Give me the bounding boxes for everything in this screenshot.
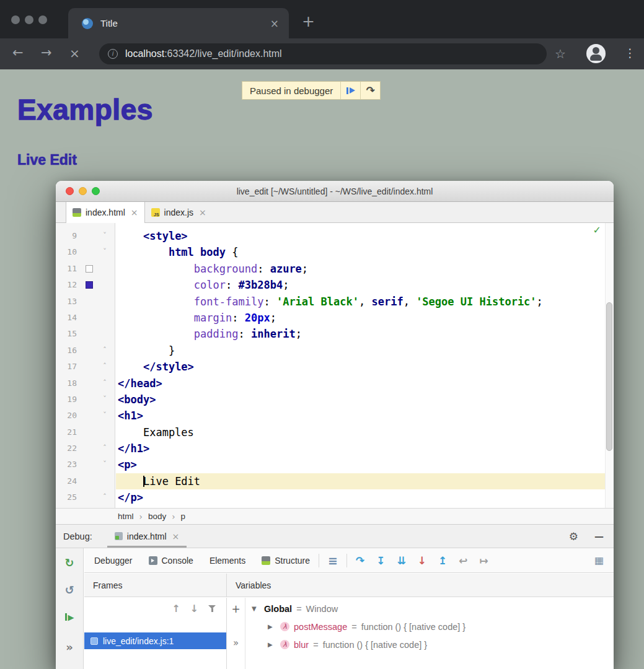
- code-editor[interactable]: 9ˇ10ˇ111213141516ˆ17ˆ18ˆ19ˇ20ˇ2122ˆ23ˇ24…: [56, 223, 614, 508]
- fold-marker[interactable]: ˆ: [103, 375, 107, 391]
- color-preview-azure[interactable]: [86, 265, 93, 273]
- code-line[interactable]: Examples: [116, 424, 605, 440]
- next-frame-icon[interactable]: ↓: [190, 603, 198, 614]
- browser-tab[interactable]: Title ×: [68, 8, 289, 38]
- resume-icon[interactable]: ▶: [56, 609, 83, 625]
- force-step-into-icon[interactable]: ↓: [418, 554, 426, 567]
- window-control-dot[interactable]: [38, 15, 47, 24]
- breadcrumb-item[interactable]: p: [181, 512, 186, 521]
- bookmark-star-icon[interactable]: ☆: [555, 46, 566, 61]
- collapse-icon[interactable]: ▼: [252, 605, 264, 612]
- expand-icon[interactable]: ▶: [268, 623, 280, 630]
- debug-session-tab[interactable]: index.html ×: [107, 525, 187, 548]
- forward-icon[interactable]: →: [41, 45, 52, 60]
- variable-row-postMessage[interactable]: ▶λpostMessage=function () { [native code…: [245, 618, 614, 636]
- code-line[interactable]: </head>: [116, 375, 605, 391]
- gutter-row[interactable]: 22ˆ: [56, 440, 115, 457]
- ide-titlebar[interactable]: live_edit [~/WS/untitled] - ~/WS/live_ed…: [56, 181, 614, 202]
- code-line[interactable]: </style>: [116, 359, 605, 375]
- smart-step-into-icon[interactable]: ⇊: [397, 554, 405, 567]
- gutter-row[interactable]: 19ˇ: [56, 391, 115, 408]
- debug-tab-close-icon[interactable]: ×: [172, 531, 180, 541]
- code-line[interactable]: }: [116, 343, 605, 359]
- minimize-tool-window-icon[interactable]: —: [594, 531, 604, 542]
- drop-frame-icon[interactable]: ↩: [459, 554, 467, 567]
- editor-tab-index.html[interactable]: index.html×: [66, 202, 145, 223]
- fold-marker[interactable]: ˇ: [103, 457, 107, 473]
- resume-script-button[interactable]: [340, 82, 360, 99]
- gutter-row[interactable]: 10ˇ: [56, 244, 115, 260]
- editor-scrollbar[interactable]: [605, 223, 614, 508]
- step-over-icon[interactable]: ↷: [356, 554, 364, 567]
- filter-icon[interactable]: [208, 605, 216, 613]
- gutter-row[interactable]: 15: [56, 326, 115, 342]
- gutter-row[interactable]: 13: [56, 294, 115, 310]
- fold-marker[interactable]: ˆ: [103, 440, 107, 457]
- fold-marker[interactable]: ˇ: [103, 391, 107, 408]
- debug-view-elements[interactable]: Elements: [210, 556, 245, 566]
- page-info-icon[interactable]: i: [108, 49, 118, 59]
- fold-marker[interactable]: ˇ: [103, 408, 107, 424]
- view-options-grid-icon[interactable]: ▦: [594, 554, 604, 566]
- step-over-button[interactable]: ↷: [360, 82, 380, 99]
- add-watch-icon[interactable]: +: [227, 603, 245, 615]
- code-line[interactable]: Live Edit: [116, 473, 605, 489]
- expand-icon[interactable]: ▶: [268, 641, 280, 648]
- gutter-row[interactable]: 12: [56, 277, 115, 293]
- variable-row-blur[interactable]: ▶λblur=function () { [native code] }: [245, 636, 614, 654]
- fold-marker[interactable]: ˆ: [103, 489, 107, 505]
- breadcrumb-item[interactable]: html: [118, 512, 134, 521]
- step-out-icon[interactable]: ↥: [438, 554, 447, 567]
- window-control-dot[interactable]: [11, 15, 20, 24]
- code-line[interactable]: <p>: [116, 457, 605, 473]
- editor-tab-index.js[interactable]: JSindex.js×: [145, 202, 213, 222]
- window-control-dot[interactable]: [25, 15, 33, 24]
- code-line[interactable]: margin: 20px;: [116, 310, 605, 326]
- debug-view-console[interactable]: Console: [149, 556, 193, 566]
- debug-view-debugger[interactable]: Debugger: [94, 556, 133, 566]
- code-line[interactable]: <h1>: [116, 408, 605, 424]
- gutter-row[interactable]: 14: [56, 310, 115, 326]
- editor-code[interactable]: <style> html body { background: azure; c…: [116, 223, 605, 508]
- gutter-row[interactable]: 23ˇ: [56, 457, 115, 473]
- gutter-row[interactable]: 9ˇ: [56, 228, 115, 244]
- fold-marker[interactable]: ˇ: [103, 228, 107, 244]
- profile-avatar[interactable]: [586, 44, 606, 63]
- minimize-light[interactable]: [79, 187, 87, 195]
- fold-marker[interactable]: ˆ: [103, 359, 107, 375]
- code-line[interactable]: <body>: [116, 391, 605, 408]
- close-light[interactable]: [66, 187, 74, 195]
- fold-marker[interactable]: ˇ: [103, 244, 107, 260]
- code-line[interactable]: </p>: [116, 489, 605, 505]
- code-line[interactable]: html body {: [116, 244, 605, 260]
- code-line[interactable]: font-family: 'Arial Black', serif, 'Sego…: [116, 294, 605, 310]
- color-preview-indigo[interactable]: [86, 281, 93, 289]
- tab-close-icon[interactable]: ×: [199, 208, 206, 217]
- step-into-icon[interactable]: ↧: [376, 554, 385, 567]
- gutter-row[interactable]: 25ˆ: [56, 489, 115, 505]
- gutter-row[interactable]: 11: [56, 261, 115, 277]
- address-bar[interactable]: i localhost:63342/live_edit/index.html: [99, 43, 547, 64]
- variable-row-Global[interactable]: ▼Global=Window: [245, 600, 614, 618]
- gutter-row[interactable]: 20ˇ: [56, 408, 115, 424]
- debug-view-structure[interactable]: Structure: [262, 556, 310, 566]
- new-tab-button[interactable]: +: [302, 12, 315, 30]
- gutter-row[interactable]: 18ˆ: [56, 375, 115, 391]
- frame-row[interactable]: live_edit/index.js:1: [84, 632, 226, 649]
- code-line[interactable]: </h1>: [116, 440, 605, 457]
- previous-frame-icon[interactable]: ↑: [172, 603, 180, 614]
- layout-options-icon[interactable]: ≡: [328, 554, 338, 567]
- url-text[interactable]: localhost:63342/live_edit/index.html: [125, 48, 282, 59]
- run-to-cursor-icon[interactable]: ↦: [479, 554, 488, 567]
- code-line[interactable]: <style>: [116, 228, 605, 244]
- more-actions-icon[interactable]: »: [227, 637, 245, 649]
- browser-menu-icon[interactable]: ⋮: [624, 46, 636, 59]
- tab-close-icon[interactable]: ×: [267, 17, 283, 30]
- code-line[interactable]: color: #3b28b4;: [116, 277, 605, 293]
- stop-icon[interactable]: ×: [69, 46, 80, 61]
- rerun-debug-icon[interactable]: ↺: [56, 582, 83, 598]
- rerun-icon[interactable]: ↻: [56, 554, 83, 571]
- more-icon[interactable]: »: [56, 639, 83, 655]
- breadcrumb-item[interactable]: body: [148, 512, 166, 521]
- tab-close-icon[interactable]: ×: [131, 208, 138, 217]
